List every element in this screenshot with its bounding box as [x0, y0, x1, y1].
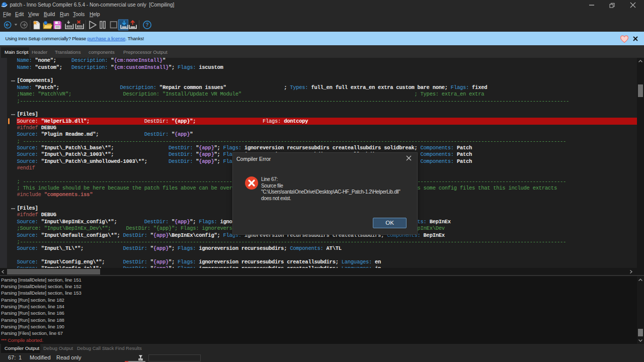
- svg-text:?: ?: [145, 22, 148, 28]
